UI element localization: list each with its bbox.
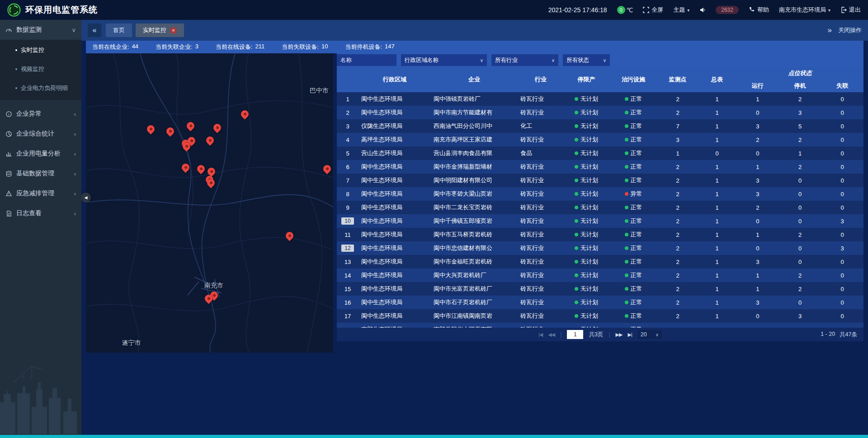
sidebar-item-label: 数据监测 — [16, 26, 67, 34]
cell-meter: 1 — [698, 323, 736, 328]
next-page-button[interactable]: ▶▶ — [616, 332, 623, 338]
cell-running: 0 — [736, 106, 779, 119]
table-row-14[interactable]: 14阆中生态环境局阆中大兴页岩机砖厂砖瓦行业无计划正常21120 — [337, 268, 863, 282]
header-meter: 总表 — [698, 67, 736, 92]
table-row-11[interactable]: 11阆中生态环境局阆中市五马桥页岩机砖砖瓦行业无计划正常21120 — [337, 228, 863, 241]
cell-region: 仪陇生态环境局 — [359, 119, 431, 133]
cell-treatment-status: 正常 — [609, 146, 658, 160]
sidebar-item-4[interactable]: 基础数据管理‹ — [0, 164, 81, 184]
cell-industry: 食品 — [518, 146, 564, 160]
organization-label: 南充市生态环境局 — [779, 6, 826, 14]
chevron-down-icon: ▾ — [687, 8, 689, 13]
table-row-9[interactable]: 9阆中生态环境局阆中市二龙长宝页岩砖砖瓦行业无计划正常21200 — [337, 201, 863, 214]
cell-meter: 1 — [698, 296, 736, 309]
sidebar-subitem-0-2[interactable]: 企业电力负荷明细 — [0, 79, 81, 98]
theme-dropdown[interactable]: 主题 ▾ — [673, 6, 689, 14]
cell-stopped: 2 — [779, 282, 821, 296]
table-row-10[interactable]: 10阆中生态环境局阆中千佛镇五郎垭页岩砖瓦行业无计划正常21003 — [337, 214, 863, 228]
cell-treatment-status: 正常 — [609, 282, 658, 296]
first-page-button[interactable]: |◀ — [538, 332, 542, 338]
tab-close-icon[interactable]: × — [170, 27, 177, 34]
cell-index: 17 — [337, 309, 359, 323]
fullscreen-label: 全屏 — [651, 6, 663, 14]
prev-page-button[interactable]: ◀◀ — [548, 332, 555, 338]
sidebar-item-6[interactable]: 日志查看‹ — [0, 203, 81, 223]
cell-company: 阆中市南方节能建材有 — [431, 106, 518, 119]
status-filter-select[interactable]: 所有状态 ∨ — [563, 54, 610, 66]
cell-running: 3 — [736, 119, 779, 133]
page-input[interactable] — [567, 330, 583, 339]
table-row-1[interactable]: 1阆中生态环境局阆中强锐页岩砖厂砖瓦行业无计划正常21120 — [337, 92, 863, 106]
cell-offline: 3 — [821, 214, 863, 228]
sidebar-subitem-0-1[interactable]: 视频监控 — [0, 60, 81, 79]
help-button[interactable]: 帮助 — [749, 6, 769, 14]
table-row-4[interactable]: 4高坪生态环境局南充市高坪区王家店建砖瓦行业无计划正常31220 — [337, 133, 863, 146]
sidebar-item-2[interactable]: 企业综合统计‹ — [0, 124, 81, 144]
cell-company: 阆中大兴页岩机砖厂 — [431, 268, 518, 282]
table-row-17[interactable]: 17阆中生态环境局阆中市江南镇阆南页岩砖瓦行业无计划正常21030 — [337, 309, 863, 323]
cell-running: 1 — [736, 92, 779, 106]
table-row-8[interactable]: 8阆中生态环境局阆中市枣碧大梁山页岩砖瓦行业无计划异常21300 — [337, 187, 863, 201]
cell-treatment-status: 正常 — [609, 160, 658, 174]
cell-limit-status: 无计划 — [564, 255, 609, 268]
close-operations-button[interactable]: 关闭操作 — [838, 26, 862, 34]
cell-region: 高坪生态环境局 — [359, 133, 431, 146]
page-size-select[interactable]: 20 ∨ — [637, 330, 662, 339]
table-row-16[interactable]: 16阆中生态环境局阆中市石子页岩机砖厂砖瓦行业无计划正常21300 — [337, 296, 863, 309]
cell-limit-status: 无计划 — [564, 214, 609, 228]
cell-running: 1 — [736, 228, 779, 241]
cell-points: 2 — [658, 296, 698, 309]
sidebar-item-1[interactable]: 企业异常‹ — [0, 104, 81, 124]
map-collapse-handle[interactable]: ◀ — [81, 193, 91, 203]
sidebar-item-5[interactable]: 应急减排管理‹ — [0, 184, 81, 203]
cell-stopped: 0 — [779, 201, 821, 214]
map-panel[interactable]: 巴中市南充市遂宁市 ◀ — [86, 53, 333, 353]
cell-limit-status: 无计划 — [564, 241, 609, 255]
logout-button[interactable]: 退出 — [840, 6, 861, 14]
chevron-down-icon: ∨ — [552, 58, 555, 63]
announcement-button[interactable] — [699, 7, 706, 13]
cell-treatment-status: 正常 — [609, 133, 658, 146]
row-index: 4 — [346, 137, 349, 143]
tab-1[interactable]: 实时监控× — [136, 24, 184, 37]
tabs-scroll-right-button[interactable]: » — [828, 26, 832, 35]
header-industry: 行业 — [518, 67, 564, 92]
tab-0[interactable]: 首页 — [106, 24, 132, 37]
table-row-6[interactable]: 6阆中生态环境局阆中市金博瑞新型墙材砖瓦行业无计划正常21120 — [337, 160, 863, 174]
header-company: 企业 — [431, 67, 518, 92]
table-row-15[interactable]: 15阆中生态环境局阆中市光富页岩机砖厂砖瓦行业无计划正常21120 — [337, 282, 863, 296]
horn-icon — [699, 7, 706, 13]
fullscreen-button[interactable]: 全屏 — [643, 6, 663, 14]
cell-index: 4 — [337, 133, 359, 146]
cell-points: 7 — [658, 119, 698, 133]
filter-bar: 行政区域名称 ∨ 所有行业 ∨ 所有状态 ∨ — [337, 53, 863, 67]
table-row-12[interactable]: 12阆中生态环境局阆中市忠信建材有限公砖瓦行业无计划正常21003 — [337, 241, 863, 255]
name-filter-input[interactable] — [337, 54, 396, 66]
status-dot-green — [625, 287, 628, 291]
sidebar-item-label: 日志查看 — [16, 209, 70, 217]
tabs-scroll-left-button[interactable]: « — [88, 24, 101, 37]
cell-region: 营山生态环境局 — [359, 146, 431, 160]
table-row-18[interactable]: 18南部生态环境局南部县瑞华大理石有限砖瓦行业无计划正常21000 — [337, 323, 863, 328]
cell-offline: 0 — [821, 296, 863, 309]
cell-running: 2 — [736, 133, 779, 146]
sidebar-subitem-0-0[interactable]: 实时监控 — [0, 41, 81, 60]
cell-industry: 砖瓦行业 — [518, 92, 564, 106]
table-row-2[interactable]: 2阆中生态环境局阆中市南方节能建材有砖瓦行业无计划正常21030 — [337, 106, 863, 119]
industry-filter-select[interactable]: 所有行业 ∨ — [491, 54, 558, 66]
last-page-button[interactable]: ▶| — [628, 332, 632, 338]
header-limit: 停限产 — [564, 67, 609, 92]
table-row-3[interactable]: 3仪陇生态环境局西南油气田分公司川中化工无计划正常71350 — [337, 119, 863, 133]
sidebar-item-0[interactable]: 数据监测∨ — [0, 20, 81, 40]
sidebar-item-3[interactable]: 企业用电量分析‹ — [0, 144, 81, 164]
table-row-13[interactable]: 13阆中生态环境局阆中市金福旺页岩机砖砖瓦行业无计划正常21300 — [337, 255, 863, 268]
cell-points: 1 — [658, 146, 698, 160]
status-dot-green — [625, 111, 628, 114]
row-index: 9 — [346, 204, 349, 211]
cell-limit-status: 无计划 — [564, 92, 609, 106]
table-row-7[interactable]: 7阆中生态环境局阆中明阳建材有限公司砖瓦行业无计划正常21300 — [337, 174, 863, 187]
table-row-5[interactable]: 5营山生态环境局营山县润丰肉食品有限食品无计划正常10010 — [337, 146, 863, 160]
organization-dropdown[interactable]: 南充市生态环境局 ▾ — [779, 6, 830, 14]
cell-index: 3 — [337, 119, 359, 133]
region-filter-select[interactable]: 行政区域名称 ∨ — [401, 54, 487, 66]
